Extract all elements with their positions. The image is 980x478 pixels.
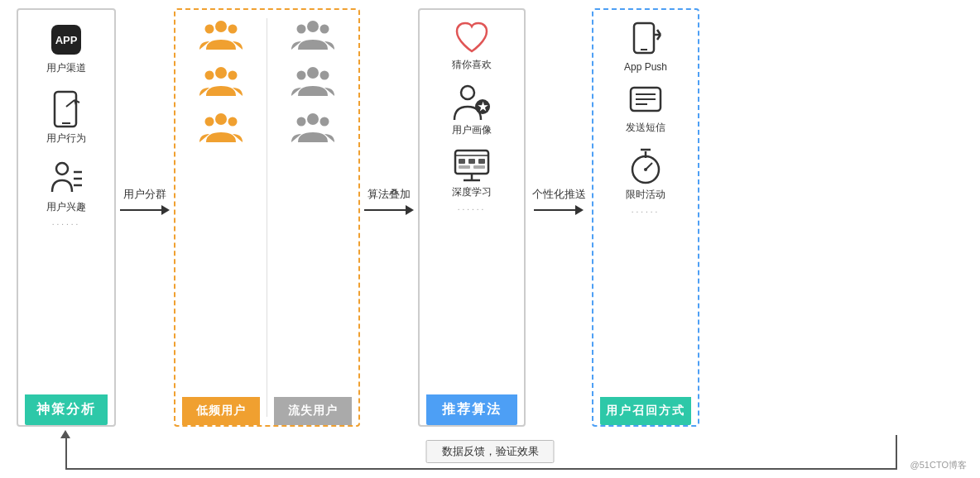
arrow-algo: 算法叠加 — [360, 8, 418, 427]
svg-point-17 — [215, 113, 227, 125]
interest-dots: ...... — [52, 217, 81, 227]
arrow1-line-body — [120, 209, 161, 211]
low-freq-items — [199, 18, 243, 397]
arrow2-arrowhead — [406, 205, 414, 215]
svg-rect-39 — [459, 165, 470, 169]
col-lost-user: 流失用户 — [267, 10, 358, 425]
arrow1-label: 用户分群 — [123, 187, 166, 202]
group-gray-icon-2 — [291, 65, 334, 96]
low-freq-label: 低频用户 — [182, 397, 260, 425]
person-list-icon — [49, 160, 84, 197]
arrow3-arrowhead — [575, 205, 584, 215]
svg-rect-2 — [55, 92, 76, 127]
arrow3-line-body — [534, 209, 575, 211]
svg-point-7 — [56, 163, 68, 174]
group-gray-3 — [291, 111, 334, 142]
guess-like-label: 猜你喜欢 — [452, 58, 492, 72]
group-gray-1 — [291, 18, 334, 50]
shenece-items: APP 用户渠道 用户行为 — [46, 22, 86, 394]
svg-point-27 — [297, 117, 306, 127]
svg-point-11 — [215, 21, 227, 32]
icon-timer: 限时活动 ...... — [626, 146, 665, 214]
feedback-vline-right — [896, 435, 897, 470]
svg-rect-37 — [468, 159, 475, 164]
deep-learning-dots: ...... — [458, 203, 487, 212]
group-icon-2 — [199, 65, 243, 96]
arrow3-label: 个性化推送 — [532, 187, 586, 202]
svg-point-15 — [205, 71, 214, 80]
phone-icon — [50, 90, 83, 128]
svg-rect-36 — [459, 159, 465, 164]
icon-user-portrait: ★ 用户画像 — [451, 84, 492, 137]
svg-rect-41 — [634, 23, 654, 53]
svg-point-25 — [320, 71, 329, 80]
col-recall: App Push 发送短信 — [592, 8, 699, 427]
svg-point-22 — [320, 25, 329, 34]
timer-icon — [627, 146, 664, 184]
feedback-row: 数据反馈，验证效果 — [17, 428, 963, 470]
timer-dots: ...... — [632, 205, 661, 214]
watermark: @51CTO博客 — [910, 459, 967, 471]
main-row: APP 用户渠道 用户行为 — [17, 8, 963, 427]
group-orange-3 — [199, 111, 243, 142]
icon-sms: 发送短信 — [626, 84, 665, 135]
group-gray-icon-3 — [291, 111, 334, 142]
svg-point-24 — [297, 71, 306, 80]
svg-point-28 — [320, 117, 329, 127]
group-gray-2 — [291, 65, 334, 96]
user-portrait-icon: ★ — [451, 84, 492, 120]
app-icon: APP — [48, 22, 84, 58]
group-orange-1 — [199, 18, 243, 50]
svg-text:APP: APP — [55, 34, 78, 46]
svg-point-19 — [228, 117, 238, 127]
timer-label: 限时活动 — [626, 188, 665, 202]
feedback-hline — [65, 468, 897, 470]
lost-user-items — [291, 18, 334, 397]
col-shenece: APP 用户渠道 用户行为 — [17, 8, 116, 427]
icon-app-channel: APP 用户渠道 — [46, 22, 86, 75]
user-portrait-label: 用户画像 — [452, 123, 492, 137]
group-icon-1 — [199, 18, 243, 50]
arrow1-arrowhead — [161, 205, 170, 215]
sms-icon — [627, 84, 664, 117]
recommend-items: 猜你喜欢 ★ 用户画像 — [451, 22, 492, 394]
icon-user-behavior: 用户行为 — [46, 90, 86, 146]
heart-icon — [454, 22, 490, 55]
monitor-icon — [452, 149, 492, 182]
arrow1-line — [120, 205, 170, 215]
svg-point-23 — [307, 67, 319, 79]
icon-app-push: App Push — [624, 22, 667, 73]
app-push-icon — [627, 22, 664, 58]
app-push-label: App Push — [624, 61, 667, 73]
col-recommend: 猜你喜欢 ★ 用户画像 — [418, 8, 526, 427]
deep-learning-label: 深度学习 — [452, 185, 492, 199]
arrow2-line — [364, 205, 414, 215]
svg-point-12 — [205, 25, 214, 34]
recommend-label-bar: 推荐算法 — [426, 394, 517, 425]
sms-label: 发送短信 — [626, 121, 665, 135]
interest-label: 用户兴趣 — [46, 200, 86, 214]
arrow-user-segment: 用户分群 — [116, 8, 174, 427]
svg-rect-38 — [478, 159, 485, 164]
arrow2-line-body — [364, 209, 406, 211]
col-low-freq: 低频用户 — [175, 10, 267, 425]
svg-point-20 — [307, 21, 319, 32]
segment-group: 低频用户 — [174, 8, 360, 427]
recall-items: App Push 发送短信 — [624, 22, 667, 397]
arrow3-line — [534, 205, 584, 215]
svg-point-18 — [205, 117, 214, 127]
channel-label: 用户渠道 — [46, 61, 86, 75]
lost-user-label: 流失用户 — [274, 397, 352, 425]
group-icon-3 — [199, 111, 243, 142]
behavior-label: 用户行为 — [46, 131, 86, 146]
group-orange-2 — [199, 65, 243, 96]
icon-user-interest: 用户兴趣 ...... — [46, 160, 86, 227]
diagram: APP 用户渠道 用户行为 — [0, 0, 980, 478]
group-gray-icon-1 — [291, 18, 334, 50]
svg-text:★: ★ — [478, 100, 488, 113]
icon-guess-like: 猜你喜欢 — [452, 22, 492, 72]
shenece-label-bar: 神策分析 — [25, 394, 108, 425]
svg-point-14 — [215, 67, 227, 79]
feedback-text: 数据反馈，验证效果 — [426, 440, 555, 463]
feedback-arrow-up — [60, 430, 70, 438]
